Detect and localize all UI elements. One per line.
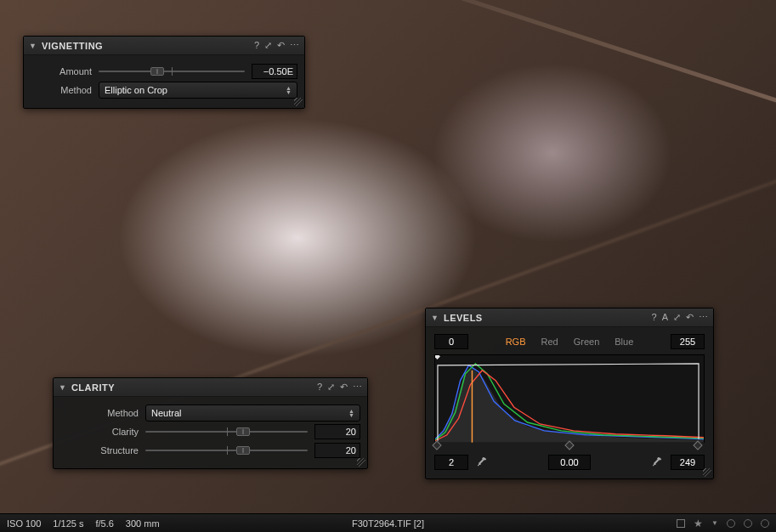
channel-rgb[interactable]: RGB bbox=[506, 337, 526, 347]
auto-icon[interactable]: A bbox=[662, 312, 668, 323]
help-icon[interactable]: ? bbox=[652, 312, 657, 323]
status-bar: ISO 100 1/125 s f/5.6 300 mm F30T2964.TI… bbox=[0, 513, 776, 532]
menu-icon[interactable]: ⋯ bbox=[699, 312, 708, 323]
method-value: Neutral bbox=[151, 408, 181, 418]
panel-title: VIGNETTING bbox=[42, 41, 254, 51]
panel-title: LEVELS bbox=[444, 313, 652, 323]
clarity-label: Clarity bbox=[60, 427, 139, 437]
clarity-value[interactable]: 20 bbox=[314, 424, 360, 439]
output-white-value[interactable]: 249 bbox=[671, 455, 705, 470]
channel-blue[interactable]: Blue bbox=[615, 337, 633, 347]
amount-slider[interactable] bbox=[99, 65, 245, 77]
method-label: Method bbox=[60, 408, 139, 418]
panel-title: CLARITY bbox=[71, 382, 317, 393]
status-iso: ISO 100 bbox=[7, 518, 41, 529]
menu-icon[interactable]: ⋯ bbox=[290, 40, 299, 51]
status-dot-1[interactable] bbox=[727, 519, 735, 528]
clarity-panel: ▼ CLARITY ? ⤢ ↶ ⋯ Method Neutral ▲▼ Clar… bbox=[53, 377, 368, 469]
clarity-header[interactable]: ▼ CLARITY ? ⤢ ↶ ⋯ bbox=[54, 378, 367, 397]
disclosure-icon[interactable]: ▼ bbox=[59, 383, 66, 392]
undo-icon[interactable]: ↶ bbox=[340, 382, 348, 393]
structure-label: Structure bbox=[60, 445, 139, 456]
gamma-value[interactable]: 0.00 bbox=[548, 455, 591, 470]
undo-icon[interactable]: ↶ bbox=[277, 40, 285, 51]
white-point-handle[interactable] bbox=[693, 440, 702, 450]
expand-icon[interactable]: ⤢ bbox=[327, 382, 335, 393]
structure-slider[interactable] bbox=[145, 444, 308, 456]
resize-grip[interactable] bbox=[294, 98, 303, 106]
method-value: Elliptic on Crop bbox=[105, 85, 167, 95]
method-label: Method bbox=[31, 85, 92, 95]
status-aperture: f/5.6 bbox=[95, 518, 113, 529]
help-icon[interactable]: ? bbox=[254, 40, 259, 51]
amount-label: Amount bbox=[31, 66, 92, 76]
levels-header[interactable]: ▼ LEVELS ? A ⤢ ↶ ⋯ bbox=[426, 308, 713, 327]
levels-panel: ▼ LEVELS ? A ⤢ ↶ ⋯ 0 RGB Red Green Blue … bbox=[425, 308, 714, 479]
structure-value[interactable]: 20 bbox=[314, 443, 360, 458]
method-select[interactable]: Elliptic on Crop ▲▼ bbox=[99, 82, 297, 99]
expand-icon[interactable]: ⤢ bbox=[264, 40, 272, 51]
resize-grip[interactable] bbox=[357, 458, 365, 467]
status-filename: F30T2964.TIF [2] bbox=[352, 518, 424, 529]
black-point-handle[interactable] bbox=[433, 440, 442, 450]
histogram[interactable] bbox=[434, 354, 705, 443]
vignetting-panel: ▼ VIGNETTING ? ⤢ ↶ ⋯ Amount −0.50E Metho… bbox=[23, 36, 305, 109]
black-eyedropper-icon[interactable] bbox=[475, 456, 489, 469]
select-chevron-icon: ▲▼ bbox=[348, 409, 354, 417]
expand-icon[interactable]: ⤢ bbox=[673, 312, 681, 323]
amount-value[interactable]: −0.50E bbox=[252, 64, 297, 79]
channel-red[interactable]: Red bbox=[541, 337, 558, 347]
channel-tabs: RGB Red Green Blue bbox=[475, 337, 664, 347]
resize-grip[interactable] bbox=[703, 468, 711, 477]
help-icon[interactable]: ? bbox=[317, 382, 322, 393]
amount-slider-thumb[interactable] bbox=[150, 67, 164, 76]
levels-handles[interactable] bbox=[434, 443, 705, 451]
white-eyedropper-icon[interactable] bbox=[650, 456, 664, 469]
clarity-method-select[interactable]: Neutral ▲▼ bbox=[145, 405, 360, 422]
mid-point-handle[interactable] bbox=[564, 440, 574, 450]
output-black-value[interactable]: 2 bbox=[434, 455, 468, 470]
vignetting-header[interactable]: ▼ VIGNETTING ? ⤢ ↶ ⋯ bbox=[24, 37, 304, 55]
status-shutter: 1/125 s bbox=[53, 518, 83, 529]
disclosure-icon[interactable]: ▼ bbox=[431, 314, 439, 322]
clarity-slider[interactable] bbox=[145, 426, 308, 438]
color-tag[interactable] bbox=[677, 519, 685, 528]
structure-slider-thumb[interactable] bbox=[236, 446, 250, 455]
select-chevron-icon: ▲▼ bbox=[286, 86, 292, 94]
status-dot-3[interactable] bbox=[761, 519, 769, 528]
channel-green[interactable]: Green bbox=[574, 337, 600, 347]
disclosure-icon[interactable]: ▼ bbox=[29, 42, 37, 50]
menu-icon[interactable]: ⋯ bbox=[353, 382, 362, 393]
input-black-value[interactable]: 0 bbox=[434, 334, 468, 349]
undo-icon[interactable]: ↶ bbox=[686, 312, 694, 323]
status-dot-2[interactable] bbox=[744, 519, 752, 528]
input-white-value[interactable]: 255 bbox=[671, 334, 705, 349]
clarity-slider-thumb[interactable] bbox=[236, 427, 250, 436]
rating-star-icon[interactable]: ★ bbox=[694, 518, 703, 529]
rating-chevron-icon[interactable]: ▼ bbox=[711, 519, 718, 527]
svg-rect-1 bbox=[435, 355, 440, 359]
status-focal: 300 mm bbox=[126, 518, 160, 529]
